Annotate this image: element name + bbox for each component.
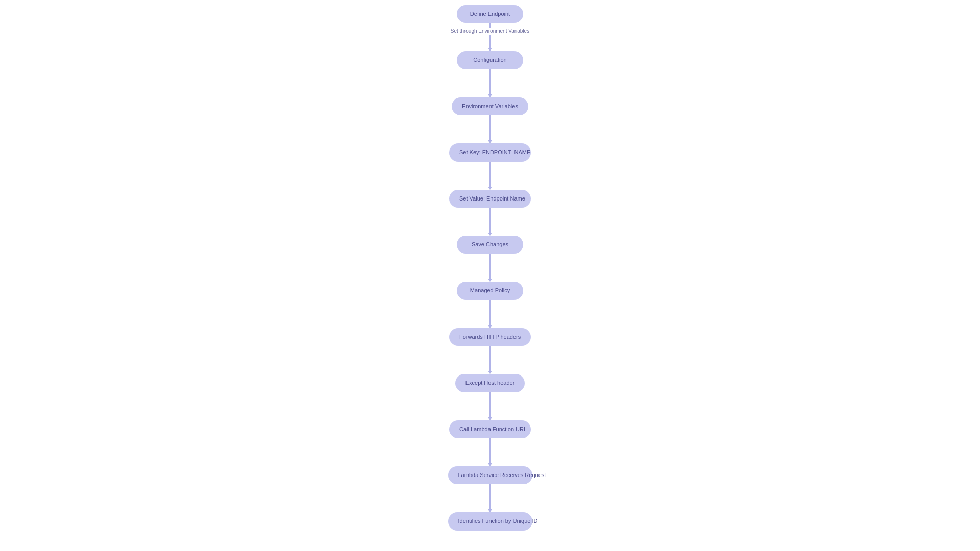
step-group-except-host: Except Host header bbox=[455, 374, 525, 392]
connector-10 bbox=[488, 438, 492, 466]
step-group-lambda-receives: Lambda Service Receives Request bbox=[448, 466, 532, 484]
line-c4 bbox=[489, 162, 491, 187]
step-group-set-value: Set Value: Endpoint Name bbox=[449, 190, 531, 208]
node-set-value: Set Value: Endpoint Name bbox=[449, 190, 531, 208]
step-group-identifies-function: Identifies Function by Unique ID bbox=[448, 512, 532, 530]
node-call-lambda: Call Lambda Function URL bbox=[449, 420, 531, 438]
step-group-managed-policy: Managed Policy bbox=[457, 282, 523, 299]
line-seg bbox=[489, 23, 491, 28]
step-group-env-vars: Environment Variables bbox=[452, 97, 528, 115]
step-group-forwards-http: Forwards HTTP headers bbox=[449, 328, 531, 346]
node-configuration: Configuration bbox=[457, 51, 523, 69]
flow-wrapper: Define Endpoint Set through Environment … bbox=[448, 5, 532, 531]
line-c8 bbox=[489, 346, 491, 371]
line-c2 bbox=[489, 69, 491, 94]
step-group-configuration: Configuration bbox=[457, 51, 523, 69]
connector-7 bbox=[488, 300, 492, 328]
line-c3 bbox=[489, 115, 491, 140]
connector-8 bbox=[488, 346, 492, 374]
connector-label-1: Set through Environment Variables bbox=[451, 28, 529, 34]
node-identifies-function: Identifies Function by Unique ID bbox=[448, 512, 532, 530]
step-group-call-lambda: Call Lambda Function URL bbox=[449, 420, 531, 438]
connector-6 bbox=[488, 254, 492, 282]
line-c5 bbox=[489, 208, 491, 233]
line-c7 bbox=[489, 300, 491, 325]
node-environment-variables: Environment Variables bbox=[452, 97, 528, 115]
connector-4 bbox=[488, 162, 492, 190]
connector-11 bbox=[488, 484, 492, 512]
node-save-changes: Save Changes bbox=[457, 236, 523, 254]
node-set-key: Set Key: ENDPOINT_NAME bbox=[449, 143, 531, 161]
node-managed-policy: Managed Policy bbox=[457, 282, 523, 299]
step-group-save-changes: Save Changes bbox=[457, 236, 523, 254]
connector-9 bbox=[488, 392, 492, 420]
line-seg-2 bbox=[489, 35, 491, 48]
step-group-set-key: Set Key: ENDPOINT_NAME bbox=[449, 143, 531, 161]
connector-1: Set through Environment Variables bbox=[451, 23, 529, 51]
line-c10 bbox=[489, 438, 491, 463]
line-c11 bbox=[489, 484, 491, 509]
connector-5 bbox=[488, 208, 492, 236]
diagram-container: Define Endpoint Set through Environment … bbox=[0, 0, 980, 551]
node-lambda-receives: Lambda Service Receives Request bbox=[448, 466, 532, 484]
node-define-endpoint: Define Endpoint bbox=[457, 5, 523, 23]
node-forwards-http: Forwards HTTP headers bbox=[449, 328, 531, 346]
connector-3 bbox=[488, 115, 492, 143]
node-except-host: Except Host header bbox=[455, 374, 525, 392]
step-group-define-endpoint: Define Endpoint bbox=[457, 5, 523, 23]
line-c9 bbox=[489, 392, 491, 417]
connector-2 bbox=[488, 69, 492, 97]
line-c6 bbox=[489, 254, 491, 279]
